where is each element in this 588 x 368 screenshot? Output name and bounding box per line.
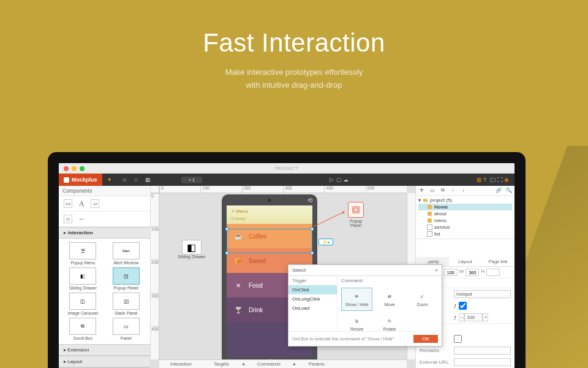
search-icon[interactable]: 🔍 <box>505 187 512 194</box>
tab-layout[interactable]: Layout <box>449 257 482 266</box>
brand-label: Mockplus <box>72 177 97 183</box>
tree-page-about[interactable]: about <box>418 210 512 217</box>
hero-subtitle-line2: with intuitive drag-and-drop <box>246 80 342 90</box>
comp-stack-panel[interactable]: ▯▯Stack Panel <box>106 293 147 315</box>
hero-title: Fast Interaction <box>0 0 588 58</box>
zoom-dot[interactable] <box>80 166 85 171</box>
hero-subtitle-line1: Make interactive prototypes effortlessly <box>225 67 363 77</box>
zoom-dropdown[interactable]: ▾ 1 <box>181 177 203 183</box>
opacity-minus[interactable]: − <box>459 313 464 321</box>
tab-next-icon[interactable]: ▸ <box>292 361 298 367</box>
help-icon[interactable]: ? <box>483 177 490 183</box>
rotate-icon[interactable]: ⟲ <box>307 197 312 204</box>
geom-h[interactable] <box>486 269 500 276</box>
close-dot[interactable] <box>64 166 69 171</box>
comp-scroll-box[interactable]: ⧉Scroll Box <box>62 318 104 340</box>
geom-y[interactable] <box>444 269 458 276</box>
comp-popup-menu[interactable]: ☰Popup Menu <box>62 242 104 265</box>
box-icon[interactable]: ▭ <box>64 199 72 208</box>
comp-popup-panel[interactable]: ◳Popup Panel <box>106 267 147 290</box>
link-target-popup-panel[interactable] <box>348 202 364 218</box>
link-chip[interactable]: ⚡▸ <box>318 239 333 245</box>
grid-icon[interactable]: ▦ <box>477 177 483 183</box>
ruler-vertical: 0100200300400 <box>151 193 159 359</box>
svg-rect-4 <box>428 218 432 223</box>
tab-targets[interactable]: Targets <box>203 361 240 367</box>
comp-alert-window[interactable]: AlertAlert Window <box>106 242 147 265</box>
page-toolbar: + ▭ ⧉ ↑ ↓ 🔗 🔍 <box>416 186 514 196</box>
command-rotate[interactable]: ⟳Rotate <box>374 312 405 335</box>
tree-page-menu[interactable]: menu <box>418 217 512 224</box>
opacity-value[interactable]: 100 <box>464 313 483 321</box>
canvas-area[interactable]: 0100200300400500 0100200300400 ◧Sliding … <box>151 186 415 368</box>
command-zoom[interactable]: ⤢Zoom <box>407 288 438 311</box>
tab-params[interactable]: Params <box>298 361 336 367</box>
tab-interaction[interactable]: Interaction <box>159 361 203 367</box>
tree-page-service[interactable]: service <box>418 224 512 231</box>
app-brand[interactable]: Mockplus <box>59 174 102 186</box>
cloud-icon[interactable]: ☁ <box>343 177 350 183</box>
shape-icon[interactable]: ▱ <box>91 199 99 208</box>
folder-icon[interactable]: ▭ <box>429 187 435 194</box>
tree-project[interactable]: ▾ project (5) <box>418 197 512 204</box>
window-icon[interactable]: ▢ <box>491 177 497 183</box>
page-tree[interactable]: ▾ project (5) Home about menu service li… <box>416 196 514 239</box>
fullscreen-icon[interactable]: ⛶ <box>497 177 504 183</box>
opacity-plus[interactable]: + <box>483 313 488 321</box>
tree-page-list[interactable]: list <box>418 231 512 237</box>
star-icon[interactable]: ☆ <box>134 177 140 183</box>
minimize-dot[interactable] <box>72 166 77 171</box>
accordion-interaction[interactable]: ▸Interaction <box>59 227 150 239</box>
accordion-extension[interactable]: ▸ Extension <box>59 344 150 356</box>
smiley-icon[interactable]: ☺ <box>122 177 129 183</box>
ok-button[interactable]: OK <box>413 335 438 343</box>
external-url-label: External URL <box>420 359 451 365</box>
dialog-close-icon[interactable]: × <box>435 267 438 273</box>
command-resize[interactable]: ⧉Resize <box>341 312 372 335</box>
remarks-field[interactable] <box>454 347 511 355</box>
traffic-lights[interactable] <box>64 166 85 171</box>
toolbar-left-icons: ☺ ☆ ▦ <box>117 174 157 186</box>
tab-prev-icon[interactable]: ◂ <box>240 361 246 367</box>
window-title: PROJECT <box>275 166 298 171</box>
trigger-onload[interactable]: OnLoad <box>288 304 337 313</box>
fx-badge2: ƒ <box>454 315 456 320</box>
face-icon[interactable]: ☺ <box>64 215 72 223</box>
device-icon[interactable]: ▢ <box>336 177 343 183</box>
tab-commands[interactable]: Commands <box>246 361 292 367</box>
preview-icon[interactable]: ◉ <box>504 177 511 183</box>
canvas-comp-sliding-drawer[interactable]: ◧Sliding Drawer <box>178 240 206 259</box>
markup-checkbox[interactable] <box>454 335 462 343</box>
command-move[interactable]: ⇄Move <box>374 288 405 311</box>
tab-pagelink[interactable]: Page link <box>481 257 514 266</box>
eye-icon: 👁 <box>353 293 361 301</box>
list-row-coffee[interactable]: ☕Coffee <box>227 224 312 248</box>
type-field[interactable]: Hotspot <box>454 290 511 298</box>
command-show-hide[interactable]: 👁Show / Hide <box>341 288 372 311</box>
layout-icon[interactable]: ▦ <box>145 177 152 183</box>
up-icon[interactable]: ↑ <box>450 187 456 194</box>
trigger-onclick[interactable]: OnClick <box>288 285 337 294</box>
visible-checkbox[interactable] <box>459 302 467 310</box>
comp-panel[interactable]: ▭Panel <box>106 318 147 340</box>
duplicate-icon[interactable]: ⧉ <box>439 187 446 194</box>
trigger-onlongclick[interactable]: OnLongClick <box>288 294 337 304</box>
menu-header[interactable]: ≡ Menu 0 Items <box>227 205 312 224</box>
line-icon[interactable]: ─ <box>77 215 86 223</box>
geom-w[interactable] <box>466 269 479 276</box>
accordion-layout[interactable]: ▸ Layout <box>59 356 150 367</box>
text-icon[interactable]: A <box>77 199 86 208</box>
comp-sliding-drawer[interactable]: ◧Sliding Drawer <box>62 267 104 290</box>
add-page-icon[interactable]: + <box>418 187 425 194</box>
linked-icon[interactable]: 🔗 <box>495 187 502 194</box>
down-icon[interactable]: ↓ <box>460 187 467 194</box>
external-url-field[interactable] <box>454 358 511 366</box>
play-icon[interactable]: ▷ <box>330 177 336 183</box>
comp-image-carousel[interactable]: ◫Image Carousel <box>62 293 104 315</box>
trigger-header: Trigger <box>288 276 337 285</box>
tree-page-home[interactable]: Home <box>418 204 512 210</box>
canvas-bottom-tabs: Interaction Targets ◂ Commands ▸ Params <box>159 359 407 368</box>
toolbar-favorite[interactable]: ✦ <box>102 174 117 186</box>
component-type-row2: ☺ ─ <box>59 212 150 227</box>
remarks-label: Remarks <box>420 348 451 353</box>
